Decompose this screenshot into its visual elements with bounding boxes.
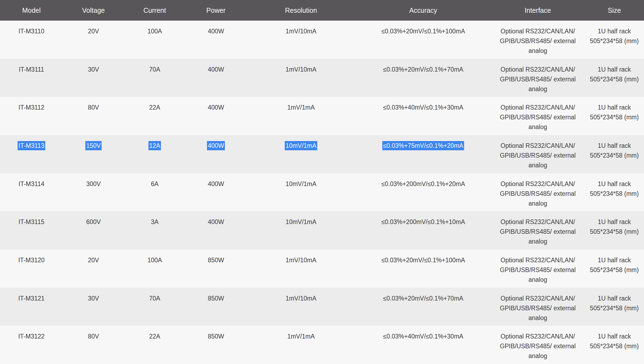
voltage-value: 20V — [88, 257, 99, 264]
current-value: 22A — [149, 333, 160, 340]
power-value: 400W — [208, 104, 224, 111]
size-line: 505*234*58 (mm) — [585, 36, 644, 46]
cell-accuracy: ≤0.03%+40mV/≤0.1%+30mA — [355, 326, 491, 364]
table-row: IT-M3114 300V 6A 400W 10mV/1mA ≤0.03%+20… — [0, 173, 644, 212]
size-line: 1U half rack — [585, 141, 644, 151]
interface-line: GPIB/USB/RS485/ external — [491, 341, 585, 351]
column-header-size: Size — [585, 7, 644, 14]
cell-model: IT-M3113 — [0, 135, 63, 173]
power-value: 400W — [208, 66, 224, 73]
cell-power: 850W — [185, 326, 247, 364]
cell-voltage: 600V — [63, 211, 124, 250]
cell-resolution: 1mV/10mA — [247, 59, 355, 97]
cell-voltage: 300V — [63, 173, 124, 212]
resolution-value: 10mV/1mA — [286, 218, 316, 225]
cell-power: 400W — [185, 173, 247, 212]
table-body: IT-M3110 20V 100A 400W 1mV/10mA ≤0.03%+2… — [0, 21, 644, 364]
current-value: 100A — [147, 28, 162, 35]
cell-resolution: 10mV/1mA — [247, 211, 355, 250]
interface-line: GPIB/USB/RS485/ external — [491, 227, 585, 237]
cell-voltage: 80V — [63, 97, 124, 135]
accuracy-value: ≤0.03%+20mV/≤0.1%+100mA — [381, 257, 465, 264]
cell-size: 1U half rack505*234*58 (mm) — [585, 211, 644, 250]
current-value: 100A — [147, 257, 162, 264]
interface-line: analog — [491, 46, 585, 56]
cell-voltage: 80V — [63, 326, 124, 364]
size-line: 505*234*58 (mm) — [585, 112, 644, 122]
accuracy-value: ≤0.03%+200mV/≤0.1%+20mA — [381, 180, 465, 187]
interface-line: Optional RS232/CAN/LAN/ — [491, 141, 585, 151]
column-header-interface: Interface — [491, 7, 585, 14]
cell-resolution: 10mV/1mA — [247, 173, 355, 212]
column-header-model: Model — [0, 7, 63, 14]
current-value: 3A — [151, 218, 158, 225]
cell-accuracy: ≤0.03%+20mV/≤0.1%+70mA — [355, 59, 491, 97]
cell-accuracy: ≤0.03%+40mV/≤0.1%+30mA — [355, 97, 491, 135]
interface-line: Optional RS232/CAN/LAN/ — [491, 103, 585, 112]
cell-current: 70A — [124, 59, 185, 97]
cell-voltage: 150V — [63, 135, 124, 173]
cell-interface: Optional RS232/CAN/LAN/GPIB/USB/RS485/ e… — [491, 211, 585, 250]
voltage-value: 80V — [88, 104, 99, 111]
interface-line: Optional RS232/CAN/LAN/ — [491, 26, 585, 36]
cell-voltage: 30V — [63, 59, 124, 97]
cell-resolution: 1mV/10mA — [247, 21, 355, 59]
cell-current: 6A — [124, 173, 185, 212]
column-header-voltage: Voltage — [63, 7, 124, 14]
interface-line: Optional RS232/CAN/LAN/ — [491, 255, 585, 265]
interface-line: GPIB/USB/RS485/ external — [491, 36, 585, 46]
cell-accuracy: ≤0.03%+200mV/≤0.1%+10mA — [355, 211, 491, 250]
voltage-value: 300V — [86, 180, 101, 187]
cell-current: 100A — [124, 21, 185, 59]
model-value: IT-M3115 — [18, 218, 44, 225]
size-line: 1U half rack — [585, 65, 644, 74]
interface-line: Optional RS232/CAN/LAN/ — [491, 331, 585, 341]
resolution-value: 1mV/1mA — [287, 104, 315, 111]
interface-line: analog — [491, 313, 585, 323]
cell-model: IT-M3121 — [0, 288, 63, 326]
model-value: IT-M3110 — [18, 28, 44, 35]
cell-resolution: 1mV/10mA — [247, 250, 355, 288]
table-row: IT-M3115 600V 3A 400W 10mV/1mA ≤0.03%+20… — [0, 211, 644, 250]
size-line: 1U half rack — [585, 331, 644, 341]
cell-power: 400W — [185, 135, 247, 173]
model-value: IT-M3121 — [18, 295, 44, 302]
cell-accuracy: ≤0.03%+200mV/≤0.1%+20mA — [355, 173, 491, 212]
size-line: 505*234*58 (mm) — [585, 303, 644, 313]
interface-line: analog — [491, 351, 585, 361]
current-value: 12A — [148, 141, 161, 150]
model-value: IT-M3122 — [18, 333, 44, 340]
interface-line: analog — [491, 84, 585, 94]
model-value: IT-M3111 — [19, 66, 44, 73]
interface-line: GPIB/USB/RS485/ external — [491, 303, 585, 313]
voltage-value: 30V — [88, 295, 99, 302]
current-value: 70A — [149, 295, 160, 302]
cell-model: IT-M3115 — [0, 211, 63, 250]
cell-voltage: 20V — [63, 250, 124, 288]
cell-power: 400W — [185, 59, 247, 97]
cell-accuracy: ≤0.03%+75mV/≤0.1%+20mA — [355, 135, 491, 173]
cell-model: IT-M3112 — [0, 97, 63, 135]
size-line: 505*234*58 (mm) — [585, 265, 644, 275]
power-value: 850W — [208, 257, 224, 264]
cell-size: 1U half rack505*234*58 (mm) — [585, 326, 644, 364]
cell-power: 400W — [185, 97, 247, 135]
column-header-power: Power — [185, 7, 247, 14]
voltage-value: 80V — [88, 333, 99, 340]
accuracy-value: ≤0.03%+20mV/≤0.1%+100mA — [381, 28, 465, 35]
power-value: 400W — [208, 180, 224, 187]
table-row: IT-M3122 80V 22A 850W 1mV/1mA ≤0.03%+40m… — [0, 326, 644, 364]
resolution-value: 1mV/10mA — [286, 257, 316, 264]
cell-interface: Optional RS232/CAN/LAN/GPIB/USB/RS485/ e… — [491, 250, 585, 288]
cell-interface: Optional RS232/CAN/LAN/GPIB/USB/RS485/ e… — [491, 97, 585, 135]
cell-accuracy: ≤0.03%+20mV/≤0.1%+70mA — [355, 288, 491, 326]
cell-size: 1U half rack505*234*58 (mm) — [585, 173, 644, 212]
resolution-value: 1mV/10mA — [286, 295, 316, 302]
cell-size: 1U half rack505*234*58 (mm) — [585, 21, 644, 59]
table-row: IT-M3111 30V 70A 400W 1mV/10mA ≤0.03%+20… — [0, 59, 644, 97]
cell-current: 3A — [124, 211, 185, 250]
interface-line: analog — [491, 199, 585, 208]
voltage-value: 20V — [88, 28, 99, 35]
cell-size: 1U half rack505*234*58 (mm) — [585, 135, 644, 173]
interface-line: GPIB/USB/RS485/ external — [491, 265, 585, 275]
